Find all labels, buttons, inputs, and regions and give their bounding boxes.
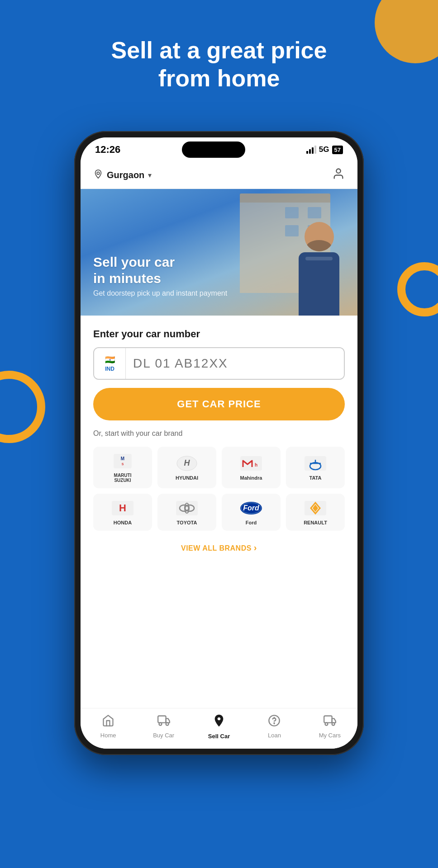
brand-item-toyota[interactable]: TOYOTA bbox=[157, 494, 216, 531]
svg-point-1 bbox=[336, 169, 340, 173]
svg-text:Ford: Ford bbox=[243, 504, 260, 512]
brand-name-toyota: TOYOTA bbox=[177, 520, 197, 525]
brand-item-mahindra[interactable]: h Mahindra bbox=[222, 447, 281, 488]
brand-name-hyundai: HYUNDAI bbox=[176, 475, 198, 481]
pin-icon bbox=[93, 169, 103, 181]
svg-text:M: M bbox=[121, 456, 124, 461]
brand-item-renault[interactable]: RENAULT bbox=[286, 494, 345, 531]
hero-title: Sell your car in minutes bbox=[93, 254, 227, 287]
bg-decoration-circle-left bbox=[0, 371, 45, 443]
nav-item-my-cars[interactable]: My Cars bbox=[302, 714, 357, 739]
maruti-logo: M S bbox=[110, 452, 135, 470]
toyota-logo bbox=[174, 499, 200, 517]
nav-label-my-cars: My Cars bbox=[319, 732, 341, 739]
svg-text:H: H bbox=[184, 458, 190, 467]
svg-rect-25 bbox=[158, 716, 166, 722]
svg-point-26 bbox=[159, 722, 162, 725]
phone-mockup: 12:26 5G 57 bbox=[74, 131, 364, 755]
status-time: 12:26 bbox=[95, 144, 120, 156]
brand-item-tata[interactable]: TATA bbox=[286, 447, 345, 488]
my-cars-icon bbox=[324, 714, 336, 730]
brand-item-honda[interactable]: H HONDA bbox=[93, 494, 152, 531]
svg-text:S: S bbox=[122, 462, 124, 466]
main-content: Enter your car number 🇮🇳 IND GET CAR PRI… bbox=[81, 316, 357, 708]
nav-label-sell-car: Sell Car bbox=[208, 733, 230, 740]
phone-outer-frame: 12:26 5G 57 bbox=[74, 131, 364, 755]
user-icon[interactable] bbox=[332, 167, 345, 183]
chevron-down-icon: ▾ bbox=[148, 171, 152, 179]
buy-car-icon bbox=[157, 714, 170, 730]
ind-label: IND bbox=[105, 366, 114, 372]
get-car-price-button[interactable]: GET CAR PRICE bbox=[93, 388, 345, 420]
app-header: Gurgaon ▾ bbox=[81, 162, 357, 189]
brand-item-ford[interactable]: Ford Ford bbox=[222, 494, 281, 531]
ford-logo: Ford bbox=[238, 499, 264, 517]
network-type: 5G bbox=[319, 145, 329, 154]
loan-icon bbox=[268, 714, 281, 730]
brand-name-honda: HONDA bbox=[114, 520, 132, 525]
bottom-navigation: Home Buy Car Sel bbox=[81, 708, 357, 749]
car-number-input[interactable] bbox=[126, 348, 344, 379]
brand-item-hyundai[interactable]: H HYUNDAI bbox=[157, 447, 216, 488]
brand-name-maruti: MARUTISUZUKI bbox=[114, 473, 132, 483]
status-bar: 12:26 5G 57 bbox=[81, 137, 357, 162]
brand-name-renault: RENAULT bbox=[304, 520, 327, 525]
hero-subtitle: Get doorstep pick up and instant payment bbox=[93, 289, 227, 297]
hyundai-logo: H bbox=[174, 454, 200, 472]
hero-banner: Sell your car in minutes Get doorstep pi… bbox=[81, 189, 357, 316]
brand-name-mahindra: Mahindra bbox=[240, 475, 262, 481]
sell-car-icon bbox=[212, 713, 226, 731]
svg-text:H: H bbox=[119, 502, 126, 514]
nav-label-loan: Loan bbox=[268, 732, 281, 739]
svg-point-32 bbox=[332, 722, 334, 725]
renault-logo bbox=[303, 499, 328, 517]
brand-name-tata: TATA bbox=[309, 475, 322, 481]
nav-item-home[interactable]: Home bbox=[81, 714, 136, 739]
svg-point-0 bbox=[97, 172, 100, 175]
phone-screen: 12:26 5G 57 bbox=[81, 137, 357, 749]
nav-item-buy-car[interactable]: Buy Car bbox=[136, 714, 191, 739]
brand-grid: M S MARUTISUZUKI H bbox=[93, 447, 345, 531]
page-title: Sell at a great price from home bbox=[0, 36, 438, 93]
location-text: Gurgaon bbox=[107, 170, 144, 180]
signal-icon bbox=[306, 146, 316, 154]
honda-logo: H bbox=[110, 499, 135, 517]
battery-indicator: 57 bbox=[332, 146, 343, 154]
car-number-card: Enter your car number 🇮🇳 IND GET CAR PRI… bbox=[81, 316, 357, 564]
svg-text:h: h bbox=[255, 462, 257, 467]
tata-logo bbox=[303, 454, 328, 472]
status-icons: 5G 57 bbox=[306, 145, 343, 154]
mahindra-logo: h bbox=[238, 454, 264, 472]
enter-car-label: Enter your car number bbox=[93, 328, 345, 340]
svg-point-29 bbox=[274, 723, 275, 723]
plate-input-wrapper[interactable]: 🇮🇳 IND bbox=[93, 347, 345, 380]
svg-point-27 bbox=[166, 722, 168, 725]
india-flag-icon: 🇮🇳 bbox=[105, 355, 115, 365]
brand-item-maruti[interactable]: M S MARUTISUZUKI bbox=[93, 447, 152, 488]
view-all-brands-button[interactable]: VIEW ALL BRANDS › bbox=[93, 538, 345, 555]
svg-rect-30 bbox=[324, 716, 332, 722]
ind-badge: 🇮🇳 IND bbox=[94, 348, 126, 379]
brand-name-ford: Ford bbox=[246, 520, 257, 525]
home-icon bbox=[102, 714, 114, 730]
location-selector[interactable]: Gurgaon ▾ bbox=[93, 169, 152, 181]
svg-point-31 bbox=[325, 722, 328, 725]
nav-label-buy-car: Buy Car bbox=[153, 732, 174, 739]
nav-item-loan[interactable]: Loan bbox=[247, 714, 302, 739]
nav-item-sell-car[interactable]: Sell Car bbox=[191, 713, 247, 740]
dynamic-island bbox=[182, 142, 245, 158]
nav-label-home: Home bbox=[100, 732, 116, 739]
bg-decoration-arc-right bbox=[397, 262, 438, 316]
or-brand-label: Or, start with your car brand bbox=[93, 429, 345, 438]
hero-text-block: Sell your car in minutes Get doorstep pi… bbox=[93, 254, 227, 297]
